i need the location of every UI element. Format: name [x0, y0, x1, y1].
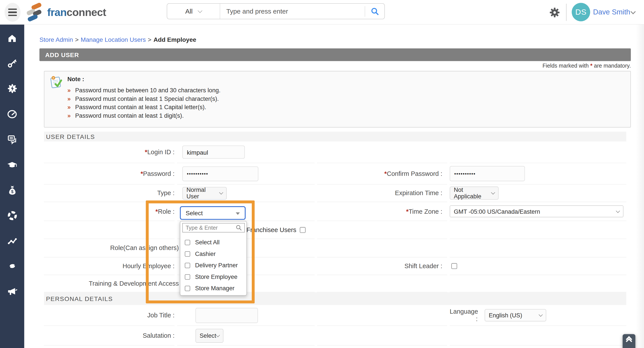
chevron-down-icon	[491, 190, 495, 195]
note-rule: »Password must contain at least 1 digit(…	[67, 111, 220, 120]
expiration-time-select[interactable]: Not Applicable	[450, 186, 498, 200]
chevron-down-icon	[216, 333, 220, 337]
checkbox[interactable]	[185, 262, 190, 268]
role-option-select-all[interactable]: Select All	[180, 236, 246, 248]
note-rule: »Password must contain at least 1 Specia…	[67, 95, 220, 103]
password-input[interactable]	[182, 166, 258, 181]
checkbox[interactable]	[185, 285, 190, 291]
search-button[interactable]	[364, 6, 384, 17]
password-row: *Password : *Confirm Password :	[44, 163, 626, 184]
role-option-delivery-partner[interactable]: Delivery Partner	[180, 259, 246, 271]
shift-leader-checkbox[interactable]	[452, 263, 457, 269]
screen: franconnect All	[0, 0, 644, 348]
role-option-cashier[interactable]: Cashier	[180, 248, 246, 259]
franconnect-logo[interactable]: franconnect	[26, 3, 106, 22]
user-menu[interactable]: Dave Smith	[593, 8, 630, 16]
note-clipboard-icon	[49, 75, 64, 91]
sidebar-item-announcements[interactable]	[0, 285, 24, 298]
chat-icon	[7, 134, 18, 145]
language-select[interactable]: English (US)	[485, 309, 546, 321]
mandatory-fields-note: Fields marked with * are mandatory.	[40, 63, 631, 69]
checkbox[interactable]	[185, 251, 190, 256]
sidebar-item-automation[interactable]	[0, 82, 24, 95]
password-label: *Password :	[141, 170, 175, 177]
role-options-list: Select All Cashier Delivery Partner Stor…	[180, 236, 246, 294]
type-row: Type : Normal User Expiration Time : Not…	[44, 184, 626, 202]
gear-icon	[549, 7, 560, 18]
job-title-input[interactable]	[196, 308, 258, 323]
home-icon	[7, 33, 17, 43]
time-zone-select[interactable]: GMT -05:00 US/Canada/Eastern	[450, 205, 624, 217]
breadcrumb-separator: >	[148, 36, 152, 43]
trend-chart-icon	[7, 236, 18, 246]
dropdown-triangle-icon	[236, 212, 240, 215]
megaphone-icon	[6, 286, 18, 297]
hourly-employee-label: Hourly Employee :	[122, 262, 174, 270]
sidebar-item-messages[interactable]	[0, 133, 24, 146]
page-title: ADD USER	[40, 48, 631, 61]
main-content: Store Admin>Manage Location Users>Add Em…	[24, 24, 644, 348]
sidebar-item-sales[interactable]: $	[0, 184, 24, 196]
salutation-select[interactable]: Select	[196, 329, 223, 343]
job-title-label: Job Title :	[147, 312, 174, 319]
type-select[interactable]: Normal User	[182, 187, 226, 199]
sidebar-item-admin-key[interactable]	[0, 57, 24, 69]
language-label: Language :	[450, 308, 478, 323]
login-id-row: *Login ID :	[44, 142, 626, 163]
confirm-password-label: *Confirm Password :	[384, 170, 442, 177]
note-rules-list: »Password must be between 10 and 30 char…	[67, 86, 220, 120]
graduation-cap-icon	[6, 159, 18, 170]
shift-leader-label: Shift Leader :	[404, 262, 442, 270]
confirm-password-input[interactable]	[450, 166, 525, 181]
hamburger-icon	[8, 8, 17, 16]
type-label: Type :	[157, 189, 174, 197]
training-access-label: Training & Development Access :	[89, 280, 182, 287]
chevron-down-icon	[616, 209, 620, 213]
hourly-employee-row: Hourly Employee : Shift Leader :	[44, 257, 626, 275]
global-search-bar: All	[167, 3, 385, 19]
hamburger-menu-button[interactable]	[4, 3, 20, 22]
breadcrumb: Store Admin>Manage Location Users>Add Em…	[40, 36, 631, 43]
gear-bolt-icon	[7, 83, 18, 94]
role-search-box	[182, 223, 245, 232]
section-personal-details: PERSONAL DETAILS	[44, 292, 626, 305]
user-menu-chevron-icon[interactable]	[630, 9, 636, 14]
breadcrumb-manage-location-users[interactable]: Manage Location Users	[81, 36, 146, 43]
sidebar-item-support[interactable]	[0, 209, 24, 222]
role-option-store-manager[interactable]: Store Manager	[180, 282, 246, 294]
login-id-input[interactable]	[182, 146, 245, 159]
role-option-store-employee[interactable]: Store Employee	[180, 271, 246, 282]
note-title: Note :	[67, 76, 84, 82]
sidebar-item-home[interactable]	[0, 32, 24, 44]
avatar-initials: DS	[576, 8, 586, 17]
topbar-divider	[566, 4, 567, 21]
scroll-to-top-button[interactable]	[622, 334, 635, 348]
sidebar-item-performance[interactable]	[0, 235, 24, 247]
job-title-row: Job Title : Language :English (US)	[44, 305, 626, 326]
franchisee-users-checkbox[interactable]	[300, 227, 306, 232]
section-user-details: USER DETAILS	[44, 132, 626, 142]
checkbox[interactable]	[185, 274, 190, 279]
role-dropdown-panel: Select All Cashier Delivery Partner Stor…	[180, 221, 247, 296]
role-assign-row: Role(Can assign others) :	[44, 239, 626, 257]
chevron-down-icon	[219, 190, 223, 195]
sidebar-item-dashboard[interactable]	[0, 108, 24, 120]
sidebar-item-brand[interactable]	[0, 260, 24, 272]
add-user-form: USER DETAILS *Login ID : *Password : *Co…	[44, 132, 626, 346]
salutation-label: Salutation :	[143, 332, 174, 339]
search-scope-select[interactable]: All	[167, 4, 220, 19]
checkbox[interactable]	[185, 240, 190, 245]
user-avatar[interactable]: DS	[572, 3, 590, 21]
role-select[interactable]: Select	[180, 206, 246, 220]
franconnect-logo-text: franconnect	[47, 6, 106, 18]
search-input[interactable]	[220, 4, 365, 19]
search-scope-value: All	[186, 8, 192, 15]
settings-gear-button[interactable]	[549, 7, 560, 18]
role-label: *Role :	[155, 207, 174, 215]
role-search-input[interactable]	[183, 225, 235, 231]
breadcrumb-store-admin[interactable]: Store Admin	[40, 36, 73, 43]
training-access-row: Training & Development Access :	[44, 275, 626, 292]
search-icon	[235, 224, 242, 231]
chevron-down-icon	[538, 313, 543, 317]
sidebar-item-training[interactable]	[0, 158, 24, 171]
